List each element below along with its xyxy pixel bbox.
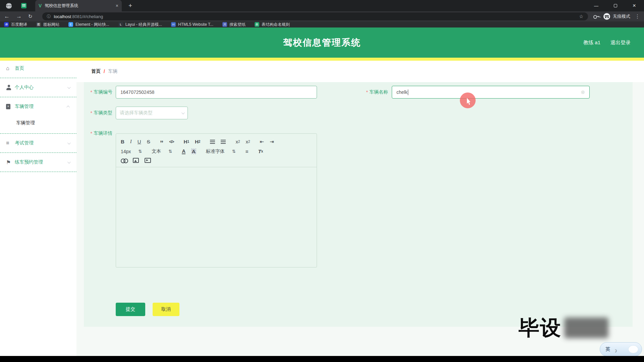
subscript-button[interactable]: x2 <box>235 139 240 144</box>
vehicle-name-value: chelk <box>396 89 408 95</box>
ime-mascot-icon <box>628 345 638 353</box>
browser-chrome: V 驾校信息管理系统 × + — × ← → ↻ ⓘ localhost :80… <box>0 0 644 27</box>
bold-button[interactable]: B <box>121 139 124 144</box>
back-button[interactable]: ← <box>4 13 10 20</box>
video-icon <box>145 158 151 163</box>
bookmark-label: 图标网站 <box>43 22 59 27</box>
pinned-tab-sheets-icon[interactable] <box>21 3 26 8</box>
sidebar-item-exam-management[interactable]: ≡ 考试管理 <box>0 135 76 151</box>
sidebar-item-label: 车辆管理 <box>15 104 34 110</box>
bookmark-label: 表结构命名规则 <box>262 22 290 27</box>
bullet-list-button[interactable] <box>221 140 226 144</box>
underline-button[interactable]: U <box>138 139 141 144</box>
font-family-picker[interactable]: 标准字体⇅ <box>206 148 236 155</box>
header2-button[interactable]: H2 <box>195 139 200 144</box>
browser-menu-icon[interactable]: ⋮ <box>635 13 640 19</box>
bookmark-favicon-icon: H <box>171 22 176 27</box>
bookmark-item[interactable]: LLayui - 经典开源模... <box>118 22 162 27</box>
password-key-icon[interactable] <box>593 15 599 18</box>
site-info-icon[interactable]: ⓘ <box>47 14 51 19</box>
sidebar-item-practice-booking[interactable]: ⚑ 练车预约管理 <box>0 155 76 170</box>
vehicle-name-label: *车辆名称 <box>356 86 388 99</box>
insert-image-button[interactable] <box>133 158 139 163</box>
insert-video-button[interactable] <box>145 158 151 163</box>
vehicle-id-value: 1647072502458 <box>120 89 154 95</box>
bookmark-favicon-icon: 表 <box>255 22 259 27</box>
editor-content-area[interactable] <box>116 167 317 268</box>
bookmark-item[interactable]: 译百度翻译 <box>4 22 27 27</box>
sidebar-divider <box>0 133 76 134</box>
rich-text-editor: B I U S ” </> H1 H2 x2 x2 ⇤ ⇥ <box>116 133 317 267</box>
vehicle-id-input[interactable]: 1647072502458 <box>116 86 317 99</box>
window-maximize-button[interactable] <box>614 4 617 7</box>
sidebar-divider <box>0 153 76 153</box>
header1-button[interactable]: H1 <box>184 139 189 144</box>
sidebar-item-home[interactable]: ⌂ 首页 <box>0 61 76 76</box>
sidebar-subitem-vehicle-management[interactable]: 车辆管理 <box>0 114 76 132</box>
clear-input-icon[interactable]: ⊗ <box>581 89 585 95</box>
bookmark-favicon-icon: 川 <box>222 22 227 27</box>
sidebar-item-personal-center[interactable]: 个人中心 <box>0 80 76 95</box>
bookmark-item[interactable]: 川搜索壁纸 <box>222 22 246 27</box>
tab-close-icon[interactable]: × <box>116 3 118 8</box>
forward-button[interactable]: → <box>16 13 22 20</box>
bookmark-label: HTML5 Website T... <box>178 22 213 27</box>
bookmark-item[interactable]: HHTML5 Website T... <box>171 22 213 27</box>
submit-button[interactable]: 提交 <box>116 303 145 316</box>
sidebar-divider <box>0 97 76 97</box>
italic-button[interactable]: I <box>130 139 132 144</box>
chevron-down-icon <box>67 141 71 144</box>
clear-format-button[interactable]: Tx <box>258 148 263 154</box>
blockquote-button[interactable]: ” <box>160 139 164 145</box>
sidebar-item-vehicle-management[interactable]: 车辆管理 <box>0 99 76 114</box>
globe-favicon-icon[interactable] <box>6 3 12 9</box>
url-bar[interactable]: ⓘ localhost :8081/#/cheliang ☆ <box>42 12 588 20</box>
flag-icon: ⚑ <box>6 159 15 166</box>
url-host: localhost <box>54 14 71 19</box>
sidebar-item-label: 考试管理 <box>15 140 34 146</box>
insert-link-button[interactable] <box>121 159 127 162</box>
bookmark-item[interactable]: EElement - 网站快... <box>68 22 109 27</box>
bookmark-star-icon[interactable]: ☆ <box>579 14 583 19</box>
ime-toolbar[interactable]: 英 ☽ <box>600 342 642 356</box>
vehicle-name-input[interactable]: chelk ⊗ <box>392 86 590 99</box>
editor-toolbar: B I U S ” </> H1 H2 x2 x2 ⇤ ⇥ <box>116 134 317 167</box>
sidebar: ⌂ 首页 个人中心 车辆管理 车辆管理 ≡ 考试管理 ⚑ 练车预约管理 <box>0 61 76 356</box>
new-tab-button[interactable]: + <box>128 2 132 9</box>
text-style-picker[interactable]: 文本⇅ <box>152 148 172 155</box>
text-color-button[interactable]: A <box>182 149 185 154</box>
bookmark-favicon-icon: 译 <box>4 22 9 27</box>
ordered-list-icon <box>210 140 215 144</box>
bookmark-item[interactable]: 图图标网站 <box>36 22 59 27</box>
logout-link[interactable]: 退出登录 <box>610 40 631 46</box>
sidebar-subitem-label: 车辆管理 <box>16 120 35 126</box>
picker-arrows-icon: ⇅ <box>232 149 236 154</box>
breadcrumb-separator: / <box>104 69 105 74</box>
bookmark-label: Layui - 经典开源模... <box>125 22 162 27</box>
watermark-text: 毕设 <box>519 314 561 342</box>
bookmark-label: 搜索壁纸 <box>229 22 246 27</box>
browser-tab[interactable]: V 驾校信息管理系统 × <box>35 0 122 11</box>
list-icon: ≡ <box>6 140 15 146</box>
sidebar-item-label: 首页 <box>15 65 24 71</box>
cancel-button[interactable]: 取消 <box>153 303 179 316</box>
vehicle-type-select[interactable]: 请选择车辆类型 <box>116 107 188 119</box>
tab-title: 驾校信息管理系统 <box>45 3 115 9</box>
incognito-label: 无痕模式 <box>613 13 630 19</box>
font-size-picker[interactable]: 14px⇅ <box>121 149 142 154</box>
strikethrough-button[interactable]: S <box>147 139 150 144</box>
outdent-button[interactable]: ⇤ <box>260 139 264 145</box>
watermark-blurred-block <box>564 317 608 338</box>
highlight-color-button[interactable]: A <box>191 148 196 154</box>
sidebar-item-label: 个人中心 <box>15 84 34 90</box>
window-close-button[interactable]: × <box>633 2 636 9</box>
breadcrumb-home-link[interactable]: 首页 <box>91 68 101 74</box>
code-block-button[interactable]: </> <box>169 139 174 144</box>
align-button[interactable]: ≡ <box>246 148 249 154</box>
reload-button[interactable]: ↻ <box>28 13 33 19</box>
superscript-button[interactable]: x2 <box>246 139 250 144</box>
bookmark-item[interactable]: 表表结构命名规则 <box>255 22 290 27</box>
window-minimize-button[interactable]: — <box>594 3 598 8</box>
indent-button[interactable]: ⇥ <box>270 139 274 145</box>
ordered-list-button[interactable] <box>210 140 215 144</box>
